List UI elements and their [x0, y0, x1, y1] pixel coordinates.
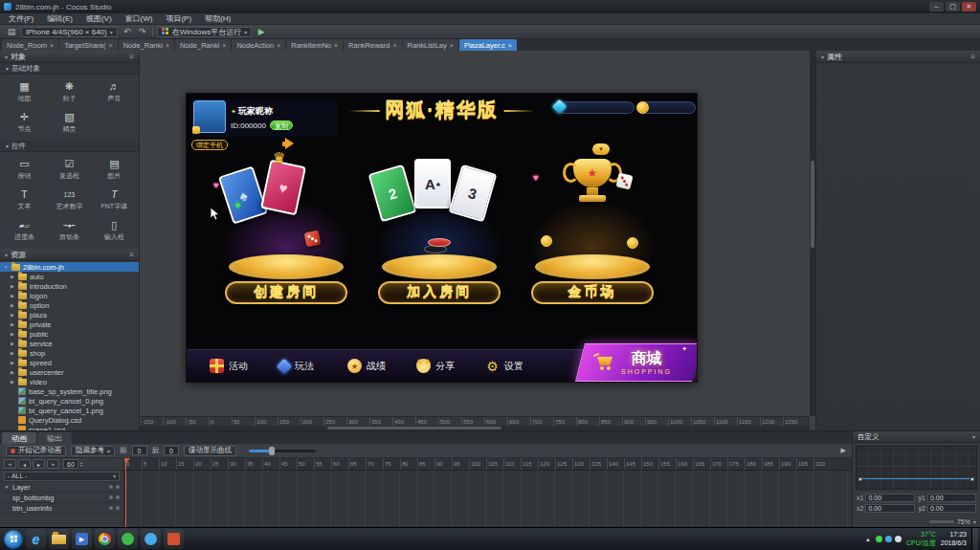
object-progress-bar[interactable]: ▰▱进度条 [2, 215, 47, 246]
vertical-scrollbar[interactable] [810, 51, 815, 416]
group-header-0[interactable]: ▾基础对象 [0, 63, 139, 75]
tab-RankReward[interactable]: RankReward× [344, 39, 401, 51]
easing-header[interactable]: 自定义 ▾ [853, 431, 980, 443]
menu-item-3[interactable]: 窗口(W) [119, 13, 160, 24]
tab-close-icon[interactable]: × [109, 42, 113, 49]
tree-item-0[interactable]: ▼28bin.com-jh [0, 262, 139, 272]
group-header-1[interactable]: ▾控件 [0, 141, 139, 152]
scene-icon[interactable]: ▤ [6, 27, 17, 37]
tab-PlazaLayer.c[interactable]: PlazaLayer.c× [459, 39, 517, 51]
object-picture[interactable]: ▤图片 [92, 154, 137, 185]
tray-blue-icon[interactable] [885, 536, 892, 542]
tab-animation[interactable]: 动画 [2, 432, 36, 444]
flag-dot[interactable] [109, 506, 113, 510]
tree-item-12[interactable]: ▶video [0, 377, 139, 386]
tree-item-9[interactable]: ▶shop [0, 348, 139, 358]
coin-currency-bar[interactable] [640, 101, 696, 114]
tray-white-icon[interactable] [895, 536, 902, 542]
taskbar-explorer-icon[interactable] [49, 529, 69, 549]
flag-dot[interactable] [116, 485, 120, 489]
curve-point-1[interactable] [858, 477, 862, 481]
scrollbar-thumb[interactable] [327, 427, 501, 429]
curve-point-2[interactable] [970, 477, 974, 481]
taskbar-blue-app-icon[interactable] [141, 529, 161, 549]
flag-dot[interactable] [109, 495, 113, 499]
create-room-art[interactable]: ♠ ♥ ♛ ♥ [210, 151, 363, 285]
tab-NodeAction[interactable]: NodeAction× [232, 39, 285, 51]
copy-id-button[interactable]: 复制 [270, 121, 293, 130]
tab-Node_Ranki[interactable]: Node_Ranki× [119, 39, 174, 51]
announcement-horn-icon[interactable] [282, 138, 296, 149]
tab-RankListLay[interactable]: RankListLay× [403, 39, 458, 51]
tree-item-13[interactable]: base_sp_system_title.png [0, 386, 139, 396]
menu-gem[interactable]: 玩法 [278, 359, 347, 373]
device-select[interactable]: iPhone 4/4S(960 × 640) ▾ [21, 27, 118, 37]
properties-panel-header[interactable]: ▾ 属性 ≡ [816, 51, 980, 63]
flag-dot[interactable] [116, 506, 120, 510]
object-button[interactable]: ▭按钮 [2, 154, 47, 185]
slider-knob[interactable] [269, 447, 275, 455]
tab-close-icon[interactable]: × [222, 42, 226, 49]
menu-item-0[interactable]: 文件(F) [2, 13, 40, 24]
close-button[interactable]: ✕ [962, 2, 976, 11]
tab-close-icon[interactable]: × [334, 42, 338, 49]
taskbar-green-app-icon[interactable] [118, 529, 138, 549]
tree-item-10[interactable]: ▶spreed [0, 358, 139, 367]
zoom-slider[interactable] [929, 520, 954, 523]
tab-close-icon[interactable]: × [50, 42, 54, 49]
record-animation-button[interactable]: 开始记录动画 [6, 446, 66, 456]
objects-panel-header[interactable]: ▾ 对象 ≡ [0, 51, 139, 63]
undo-icon[interactable]: ↶ [122, 27, 133, 37]
tree-item-6[interactable]: ▶private [0, 319, 139, 329]
clock[interactable]: 17:23 2018/6/3 [941, 531, 967, 547]
last-frame-button[interactable]: » [47, 459, 59, 469]
onion-after-input[interactable]: 0 [164, 446, 179, 455]
tree-item-5[interactable]: ▶plaza [0, 310, 139, 319]
y1-input[interactable]: 0.00 [927, 494, 976, 502]
start-button[interactable] [4, 530, 23, 549]
y2-input[interactable]: 0.00 [927, 504, 976, 513]
onion-before-input[interactable]: 0 [132, 446, 147, 455]
taskbar-media-player-icon[interactable]: ▶ [72, 529, 92, 549]
tree-item-15[interactable]: bt_query_cancel_1.png [0, 406, 139, 415]
object-checkbox[interactable]: ☑复选框 [47, 154, 92, 185]
flag-dot[interactable] [109, 485, 113, 489]
object-map[interactable]: ▦地图 [2, 77, 47, 107]
tab-close-icon[interactable]: × [508, 42, 512, 49]
prev-frame-button[interactable]: ◂ [18, 459, 31, 469]
taskbar-ie-icon[interactable]: e [26, 529, 46, 549]
canvas-area[interactable]: 玩家昵称 ID:000000 复制 绑定手机 网狐·精华版 ▼ [140, 51, 815, 430]
reference-dropdown[interactable]: 隐藏参考 ▾ [71, 446, 115, 456]
gold-field-art[interactable]: ★ ♥ [516, 151, 669, 285]
panel-menu-icon[interactable]: ≡ [129, 53, 134, 61]
object-sprite[interactable]: ▧精灵 [47, 107, 92, 138]
fps-spinner[interactable]: ▴▾ [80, 461, 82, 467]
tab-Node_Ranki[interactable]: Node_Ranki× [175, 39, 231, 51]
gold-field-button[interactable]: 金币场 [531, 281, 654, 304]
panel-expand-icon[interactable]: ▶ [841, 447, 846, 454]
maximize-button[interactable]: ▢ [946, 2, 960, 11]
menu-item-5[interactable]: 帮助(H) [198, 13, 237, 24]
panel-menu-icon[interactable]: ≡ [129, 251, 134, 259]
taskbar-chrome-icon[interactable] [95, 529, 115, 549]
tab-close-icon[interactable]: × [166, 42, 169, 49]
x2-input[interactable]: 0.00 [865, 504, 914, 513]
menu-item-1[interactable]: 编辑(E) [40, 13, 79, 24]
layer-row-btn_userinfo[interactable]: btn_userinfo [0, 503, 123, 514]
tab-TargetShare([interactable]: TargetShare(× [59, 39, 117, 51]
first-frame-button[interactable]: « [4, 459, 16, 469]
tab-RankItemNo[interactable]: RankItemNo× [286, 39, 343, 51]
layer-filter-select[interactable]: - ALL - ▾ [4, 472, 120, 481]
create-room-button[interactable]: 创建房间 [225, 281, 347, 304]
layer-row-Layer[interactable]: ▼Layer [0, 482, 123, 493]
playhead[interactable] [125, 458, 126, 527]
diamond-currency-bar[interactable] [558, 101, 635, 114]
object-node[interactable]: ✛节点 [2, 107, 47, 138]
tray-expand-icon[interactable]: ▲ [865, 537, 871, 542]
menu-gift[interactable]: 活动 [210, 359, 278, 373]
player-info[interactable]: 玩家昵称 ID:000000 复制 [191, 99, 337, 137]
layer-row-sp_bottombg[interactable]: sp_bottombg [0, 493, 123, 503]
menu-item-2[interactable]: 视图(V) [79, 13, 119, 24]
fps-input[interactable]: 60 [63, 459, 78, 469]
object-fnt-font[interactable]: TFNT字体 [92, 185, 137, 215]
